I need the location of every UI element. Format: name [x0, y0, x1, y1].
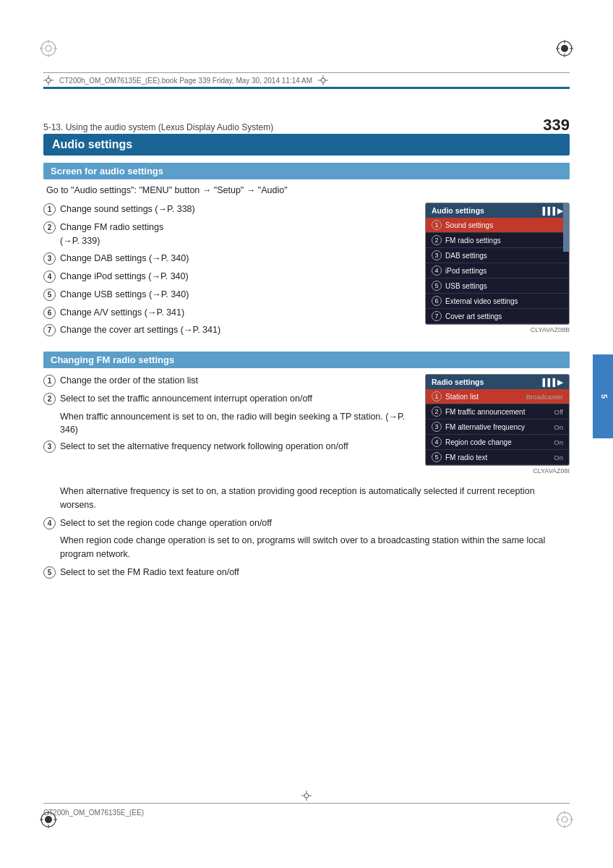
item-text: Change iPod settings (→P. 340): [60, 270, 189, 284]
screen-image-2: Radio settings ▐▐▐ ▶ 1 Station list Broa…: [425, 374, 570, 466]
top-rule: [43, 87, 570, 89]
row-num: 1: [432, 391, 442, 401]
fm-items-list-2: 3 Select to set the alternative frequenc…: [43, 440, 413, 454]
screen-row: 2 FM radio settings: [426, 233, 569, 248]
item-number: 5: [43, 289, 56, 301]
row-label: Region code change: [445, 438, 554, 446]
item-number: 1: [43, 375, 56, 387]
screen-title: Audio settings: [432, 206, 484, 215]
row-num: 6: [432, 296, 442, 306]
screen-title-2: Radio settings: [432, 378, 484, 386]
nav-path: Go to "Audio settings": "MENU" button → …: [43, 185, 570, 195]
row-label: Station list: [445, 393, 526, 401]
item-text: Change the cover art settings (→P. 341): [60, 323, 220, 337]
screen-row: 4 iPod settings: [426, 263, 569, 278]
item-number: 4: [43, 271, 56, 283]
screen-row: 2 FM traffic announcement Off: [426, 404, 569, 420]
screen-icons: ▐▐▐ ▶: [540, 207, 563, 215]
crosshair-bottom-center: [301, 791, 312, 801]
audio-settings-screen: Audio settings ▐▐▐ ▶ 1 Sound settings 2 …: [425, 203, 570, 341]
row-num: 4: [432, 265, 442, 276]
item-text: Change USB settings (→P. 340): [60, 288, 189, 302]
list-item: 4 Select to set the region code change o…: [43, 516, 570, 530]
item-number: 2: [43, 393, 56, 405]
fm-layout: 1 Change the order of the station list 2…: [43, 374, 570, 475]
item-text: Change DAB settings (→P. 340): [60, 252, 189, 265]
row-label: DAB settings: [445, 252, 563, 260]
list-item: 7 Change the cover art settings (→P. 341…: [43, 323, 413, 337]
svg-point-7: [561, 45, 568, 52]
item-number: 4: [43, 517, 56, 529]
row-value: On: [554, 423, 563, 431]
screen-caption-2: CLYAVAZ08I: [425, 467, 570, 475]
fm-items-list-4: 5 Select to set the FM Radio text featur…: [43, 566, 570, 579]
para-2: When traffic announcement is set to on, …: [60, 410, 413, 438]
list-item: 6 Change A/V settings (→P. 341): [43, 306, 413, 320]
screen-row: 5 FM radio text On: [426, 450, 569, 465]
item-text: Select to set the FM Radio text feature …: [60, 566, 239, 579]
page-number: 339: [543, 116, 570, 135]
item-text: Select to set the region code change ope…: [60, 516, 272, 530]
item-text: Change the order of the station list: [60, 374, 198, 388]
row-num: 7: [432, 311, 442, 321]
list-item: 3 Select to set the alternative frequenc…: [43, 440, 413, 454]
fm-items-list: 1 Change the order of the station list 2…: [43, 374, 413, 406]
row-label: USB settings: [445, 282, 563, 290]
row-label: FM traffic announcement: [445, 408, 554, 416]
item-number: 7: [43, 324, 56, 336]
row-num: 3: [432, 250, 442, 260]
fm-items-list-3: 4 Select to set the region code change o…: [43, 516, 570, 530]
audio-items-list: 1 Change sound settings (→P. 338) 2 Chan…: [43, 203, 413, 337]
row-num: 3: [432, 422, 442, 432]
top-bar: CT200h_OM_OM76135E_(EE).book Page 339 Fr…: [43, 72, 570, 85]
row-num: 5: [432, 452, 442, 462]
row-num: 5: [432, 281, 442, 291]
bottom-footer: CT200h_OM_OM76135E_(EE): [43, 803, 570, 817]
screen-row: 7 Cover art settings: [426, 309, 569, 324]
row-label: iPod settings: [445, 267, 563, 275]
item-number: 3: [43, 441, 56, 453]
list-item: 2 Change FM radio settings(→P. 339): [43, 221, 413, 248]
row-num: 2: [432, 235, 442, 245]
section-header: Audio settings: [43, 134, 570, 156]
list-item: 5 Select to set the FM Radio text featur…: [43, 566, 570, 579]
corner-mark-tr: [556, 40, 573, 57]
crosshair-right: [318, 75, 328, 85]
screen-image-1: Audio settings ▐▐▐ ▶ 1 Sound settings 2 …: [425, 203, 570, 325]
item-number: 6: [43, 307, 56, 319]
item-number: 2: [43, 221, 56, 234]
fm-section: 1 Change the order of the station list 2…: [43, 374, 570, 579]
row-label: Sound settings: [445, 221, 557, 229]
item-text: Change sound settings (→P. 338): [60, 203, 195, 216]
list-item: 1 Change sound settings (→P. 338): [43, 203, 413, 216]
screen-caption-1: CLYAVAZ08B: [425, 326, 570, 333]
row-value: Off: [554, 408, 564, 416]
main-content: Audio settings Screen for audio settings…: [43, 134, 570, 796]
list-item: 5 Change USB settings (→P. 340): [43, 288, 413, 302]
side-tab: 5 Audio system: [593, 354, 613, 438]
item-number: 5: [43, 566, 56, 579]
row-label: Cover art settings: [445, 312, 563, 320]
audio-settings-list: 1 Change sound settings (→P. 338) 2 Chan…: [43, 203, 413, 341]
screen-row: 1 Station list Broadcaster: [426, 389, 569, 404]
row-label: External video settings: [445, 297, 563, 305]
subsection2-header: Changing FM radio settings: [43, 352, 570, 368]
subsection1-header: Screen for audio settings: [43, 163, 570, 179]
item-text: Change A/V settings (→P. 341): [60, 306, 184, 320]
side-tab-label: Audio system: [586, 366, 594, 427]
screen-row: 5 USB settings: [426, 278, 569, 294]
screen-row: 1 Sound settings: [426, 218, 569, 233]
screen-row: 3 FM alternative frequency On: [426, 420, 569, 435]
row-label: FM radio text: [445, 454, 554, 461]
list-item: 1 Change the order of the station list: [43, 374, 413, 388]
screen-icons-2: ▐▐▐ ▶: [540, 378, 563, 386]
svg-point-19: [562, 817, 567, 822]
side-tab-number: 5: [600, 394, 609, 399]
screen-row: 4 Region code change On: [426, 435, 569, 450]
row-value: Broadcaster: [526, 393, 563, 401]
fm-screen-col: Radio settings ▐▐▐ ▶ 1 Station list Broa…: [425, 374, 570, 475]
item-number: 3: [43, 252, 56, 265]
row-num: 2: [432, 407, 442, 417]
file-info-text: CT200h_OM_OM76135E_(EE).book Page 339 Fr…: [59, 77, 312, 85]
footer-text: CT200h_OM_OM76135E_(EE): [43, 809, 144, 817]
